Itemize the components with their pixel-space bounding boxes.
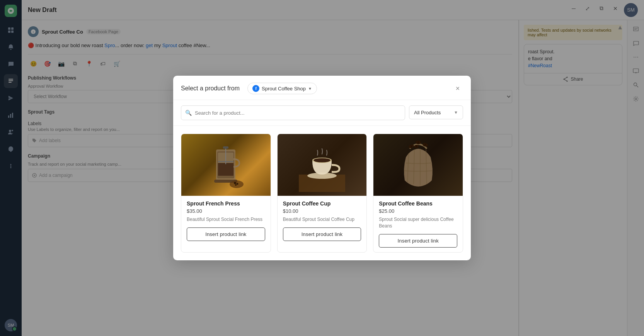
store-selector[interactable]: f Sprout Coffee Shop ▼ bbox=[247, 83, 317, 94]
store-chevron-icon: ▼ bbox=[308, 87, 312, 91]
product-desc-coffee-beans: Sprout Social super delicious Coffee Bea… bbox=[379, 216, 457, 229]
product-filter-select[interactable]: All Products ▼ bbox=[409, 105, 463, 119]
search-input-wrap: 🔍 bbox=[181, 105, 405, 120]
product-name-coffee-beans: Sprout Coffee Beans bbox=[379, 200, 457, 207]
facebook-icon: f bbox=[252, 85, 259, 92]
product-desc-coffee-cup: Beautiful Sprout Social Coffee Cup bbox=[283, 216, 361, 223]
product-info-coffee-cup: Sprout Coffee Cup $10.00 Beautiful Sprou… bbox=[278, 196, 367, 252]
product-card-french-press: Sprout French Press $35.00 Beautiful Spr… bbox=[181, 134, 271, 253]
product-card-coffee-cup: Sprout Coffee Cup $10.00 Beautiful Sprou… bbox=[277, 134, 367, 253]
filter-label: All Products bbox=[414, 110, 441, 115]
svg-rect-39 bbox=[218, 161, 233, 162]
product-name-french-press: Sprout French Press bbox=[187, 200, 265, 207]
product-price-coffee-cup: $10.00 bbox=[283, 208, 361, 214]
insert-link-coffee-cup[interactable]: Insert product link bbox=[283, 227, 361, 241]
filter-chevron-icon: ▼ bbox=[454, 110, 458, 115]
modal-close-button[interactable]: × bbox=[452, 83, 463, 94]
product-image-coffee-beans bbox=[373, 134, 463, 196]
svg-line-56 bbox=[418, 141, 418, 144]
modal-header: Select a product from f Sprout Coffee Sh… bbox=[173, 76, 471, 100]
svg-rect-36 bbox=[218, 163, 233, 176]
modal-overlay: Select a product from f Sprout Coffee Sh… bbox=[0, 0, 644, 336]
product-card-coffee-beans: Sprout Coffee Beans $25.00 Sprout Social… bbox=[373, 134, 463, 253]
svg-point-44 bbox=[235, 184, 237, 186]
modal-title: Select a product from bbox=[181, 85, 240, 92]
insert-link-french-press[interactable]: Insert product link bbox=[187, 227, 265, 241]
product-image-coffee-cup bbox=[278, 134, 367, 196]
product-name-coffee-cup: Sprout Coffee Cup bbox=[283, 200, 361, 207]
svg-point-43 bbox=[237, 183, 239, 185]
modal-search-bar: 🔍 All Products ▼ bbox=[173, 100, 471, 126]
products-grid: Sprout French Press $35.00 Beautiful Spr… bbox=[173, 126, 471, 260]
product-image-french-press bbox=[181, 134, 271, 196]
search-icon: 🔍 bbox=[185, 110, 192, 116]
svg-rect-37 bbox=[223, 146, 228, 149]
product-price-french-press: $35.00 bbox=[187, 208, 265, 214]
product-search-input[interactable] bbox=[195, 106, 401, 120]
svg-point-48 bbox=[313, 158, 331, 163]
product-desc-french-press: Beautiful Sprout Social French Press bbox=[187, 216, 265, 223]
product-info-coffee-beans: Sprout Coffee Beans $25.00 Sprout Social… bbox=[373, 196, 463, 252]
product-modal: Select a product from f Sprout Coffee Sh… bbox=[173, 76, 471, 260]
store-name: Sprout Coffee Shop bbox=[262, 86, 306, 92]
svg-point-42 bbox=[234, 182, 236, 184]
product-info-french-press: Sprout French Press $35.00 Beautiful Spr… bbox=[181, 196, 271, 252]
insert-link-coffee-beans[interactable]: Insert product link bbox=[379, 234, 457, 248]
product-price-coffee-beans: $25.00 bbox=[379, 208, 457, 214]
